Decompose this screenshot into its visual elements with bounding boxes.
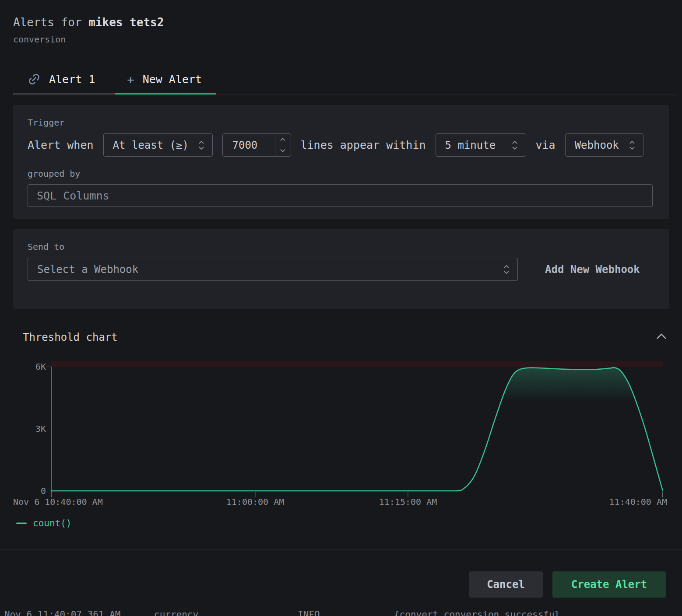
chevron-up-icon[interactable] xyxy=(654,329,669,344)
comparator-select[interactable]: At least (≥) xyxy=(103,133,213,157)
page-title-name: mikes tets2 xyxy=(88,16,164,29)
alert-tabs: Alert 1 + New Alert xyxy=(13,66,676,95)
add-new-webhook-button[interactable]: Add New Webhook xyxy=(545,263,640,276)
spinner-up-button[interactable] xyxy=(275,134,291,145)
tab-alert-1[interactable]: Alert 1 xyxy=(13,66,115,94)
page-title: Alerts for mikes tets2 xyxy=(13,16,164,29)
send-to-section-label: Send to xyxy=(28,242,654,252)
threshold-band xyxy=(51,361,663,367)
create-alert-modal: Alerts for mikes tets2 conversion Alert … xyxy=(0,0,682,616)
y-axis-label-3k: 3K xyxy=(18,424,46,434)
send-to-panel: Send to Select a Webhook Add New Webhook xyxy=(13,229,669,309)
x-axis-label-end: 11:40:00 AM xyxy=(609,497,667,507)
window-value: 5 minute xyxy=(445,139,496,151)
legend-label: count() xyxy=(33,518,72,528)
tab-new-alert[interactable]: + New Alert xyxy=(115,66,216,94)
x-axis-label-1115: 11:15:00 AM xyxy=(379,497,437,507)
x-axis-label-start: Nov 6 10:40:00 AM xyxy=(13,497,103,507)
cancel-button[interactable]: Cancel xyxy=(469,571,543,598)
chevron-up-down-icon xyxy=(503,264,510,275)
threshold-number-input xyxy=(222,133,291,157)
background-log-row: Nov 6 11:40:07.361 AM currency INFO {con… xyxy=(0,609,682,616)
create-alert-button[interactable]: Create Alert xyxy=(552,571,666,598)
log-service: currency xyxy=(154,609,198,616)
channel-value: Webhook xyxy=(575,139,619,151)
x-axis-label-1100: 11:00:00 AM xyxy=(226,497,284,507)
group-by-input[interactable] xyxy=(28,184,653,207)
legend-line-swatch xyxy=(16,522,27,524)
legend-item-count[interactable]: count() xyxy=(16,518,72,528)
chevron-up-down-icon xyxy=(198,140,205,151)
chevron-up-down-icon xyxy=(511,140,519,151)
window-select[interactable]: 5 minute xyxy=(436,133,526,157)
channel-select[interactable]: Webhook xyxy=(565,133,643,157)
log-message: {convert conversion successful xyxy=(394,609,560,616)
page-subtitle: conversion xyxy=(13,34,66,45)
comparator-value: At least (≥) xyxy=(113,139,189,151)
tab-alert-1-label: Alert 1 xyxy=(49,73,95,86)
threshold-input[interactable] xyxy=(223,134,275,156)
lines-appear-within-label: lines appear within xyxy=(301,139,426,151)
log-timestamp: Nov 6 11:40:07.361 AM xyxy=(4,609,121,616)
series-area-fill xyxy=(51,368,663,491)
threshold-spinner xyxy=(275,134,291,156)
page-title-prefix: Alerts for xyxy=(13,16,88,29)
webhook-select-placeholder: Select a Webhook xyxy=(37,263,138,276)
y-axis-label-0: 0 xyxy=(18,486,46,496)
threshold-chart-plot xyxy=(0,350,682,508)
webhook-select[interactable]: Select a Webhook xyxy=(28,258,518,281)
chevron-up-down-icon xyxy=(629,140,636,151)
link-icon xyxy=(28,73,41,86)
plus-icon: + xyxy=(127,73,134,86)
trigger-panel: Trigger Alert when At least (≥) xyxy=(13,105,669,219)
spinner-down-button[interactable] xyxy=(275,145,291,157)
send-to-row: Select a Webhook Add New Webhook xyxy=(28,258,654,281)
trigger-row: Alert when At least (≥) lines xyxy=(28,133,654,157)
y-axis-label-6k: 6K xyxy=(18,361,46,372)
trigger-section-label: Trigger xyxy=(28,117,654,128)
footer-divider xyxy=(0,550,682,550)
threshold-chart-title: Threshold chart xyxy=(23,331,118,343)
grouped-by-label: grouped by xyxy=(28,168,654,179)
log-level: INFO xyxy=(298,609,320,616)
via-label: via xyxy=(536,139,555,151)
tab-new-alert-label: New Alert xyxy=(143,73,202,86)
alert-when-label: Alert when xyxy=(28,139,94,151)
